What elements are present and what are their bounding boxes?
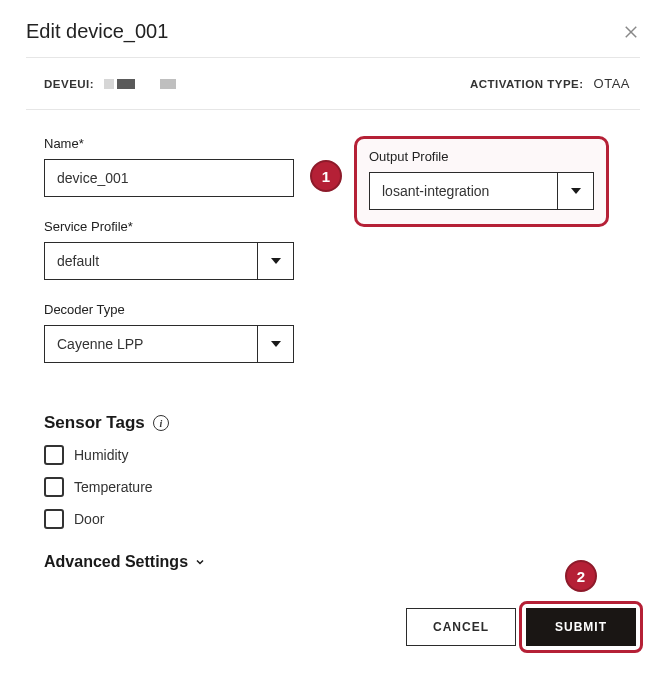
- name-input[interactable]: [44, 159, 294, 197]
- chevron-down-icon: [257, 243, 293, 279]
- chevron-down-icon: [257, 326, 293, 362]
- field-name: Name*: [44, 136, 294, 197]
- deveui-label: DEVEUI:: [44, 78, 94, 90]
- checkbox-label: Humidity: [74, 447, 128, 463]
- field-output-profile: Output Profile losant-integration: [369, 149, 594, 210]
- advanced-settings-toggle[interactable]: Advanced Settings: [44, 553, 640, 571]
- close-icon[interactable]: [622, 23, 640, 41]
- checkbox-label: Temperature: [74, 479, 153, 495]
- service-profile-label: Service Profile*: [44, 219, 294, 234]
- sensor-tags-list: Humidity Temperature Door: [44, 445, 640, 529]
- cancel-button[interactable]: CANCEL: [406, 608, 516, 646]
- modal-header: Edit device_001: [26, 20, 640, 57]
- decoder-type-label: Decoder Type: [44, 302, 294, 317]
- field-decoder-type: Decoder Type Cayenne LPP: [44, 302, 294, 363]
- submit-button[interactable]: SUBMIT: [526, 608, 636, 646]
- sensor-tags-title: Sensor Tags: [44, 413, 145, 433]
- service-profile-select[interactable]: default: [44, 242, 294, 280]
- chevron-down-icon: [557, 173, 593, 209]
- checkbox-door[interactable]: [44, 509, 64, 529]
- activation-block: ACTIVATION TYPE: OTAA: [470, 76, 630, 91]
- name-label: Name*: [44, 136, 294, 151]
- activation-label: ACTIVATION TYPE:: [470, 78, 584, 90]
- meta-row: DEVEUI: ACTIVATION TYPE: OTAA: [26, 58, 640, 109]
- field-service-profile: Service Profile* default: [44, 219, 294, 280]
- advanced-settings-title: Advanced Settings: [44, 553, 188, 571]
- checkbox-humidity[interactable]: [44, 445, 64, 465]
- decoder-type-value: Cayenne LPP: [45, 326, 257, 362]
- callout-badge-1: 1: [310, 160, 342, 192]
- output-profile-select[interactable]: losant-integration: [369, 172, 594, 210]
- deveui-value-redacted: [104, 79, 176, 89]
- list-item: Humidity: [44, 445, 640, 465]
- left-column: Name* Service Profile* default Decoder T…: [44, 136, 294, 385]
- output-profile-label: Output Profile: [369, 149, 594, 164]
- modal-title: Edit device_001: [26, 20, 168, 43]
- output-profile-highlight: Output Profile losant-integration: [354, 136, 609, 227]
- list-item: Temperature: [44, 477, 640, 497]
- activation-value: OTAA: [594, 76, 630, 91]
- decoder-type-select[interactable]: Cayenne LPP: [44, 325, 294, 363]
- service-profile-value: default: [45, 243, 257, 279]
- checkbox-temperature[interactable]: [44, 477, 64, 497]
- submit-wrap: 2 SUBMIT: [526, 608, 636, 646]
- callout-badge-2: 2: [565, 560, 597, 592]
- sensor-tags-header: Sensor Tags i: [44, 413, 640, 433]
- footer-actions: CANCEL 2 SUBMIT: [406, 608, 636, 646]
- right-column: 1 Output Profile losant-integration: [354, 136, 609, 385]
- checkbox-label: Door: [74, 511, 104, 527]
- deveui-block: DEVEUI:: [44, 78, 176, 90]
- info-icon[interactable]: i: [153, 415, 169, 431]
- output-profile-value: losant-integration: [370, 173, 557, 209]
- chevron-down-icon: [194, 556, 206, 568]
- form-area: Name* Service Profile* default Decoder T…: [26, 110, 640, 385]
- list-item: Door: [44, 509, 640, 529]
